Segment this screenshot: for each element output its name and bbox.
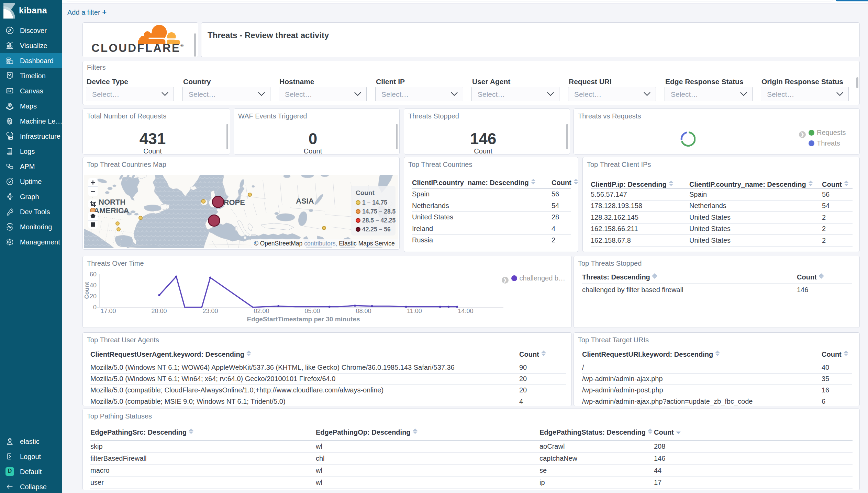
svg-text:08:00: 08:00 [356, 308, 371, 314]
svg-text:Count: Count [84, 282, 90, 299]
svg-text:42.25 – 56: 42.25 – 56 [362, 226, 391, 233]
svg-text:ASIA: ASIA [296, 197, 314, 205]
svg-text:05:00: 05:00 [304, 308, 320, 314]
svg-text:60: 60 [90, 271, 97, 278]
svg-text:14:00: 14:00 [458, 308, 473, 314]
svg-text:20: 20 [90, 293, 97, 300]
svg-text:11:00: 11:00 [407, 308, 422, 314]
svg-text:1 – 14.75: 1 – 14.75 [362, 199, 387, 206]
svg-text:28.5 – 42.25: 28.5 – 42.25 [362, 217, 396, 224]
svg-text:0: 0 [93, 304, 97, 311]
svg-text:23:00: 23:00 [202, 308, 218, 314]
svg-text:20:00: 20:00 [151, 308, 167, 314]
svg-text:40: 40 [90, 282, 97, 289]
svg-text:© OpenStreetMap contributors,: © OpenStreetMap contributors, Elastic Ma… [254, 240, 395, 247]
svg-text:NORTH: NORTH [99, 198, 125, 206]
svg-text:14.75 – 28.5: 14.75 – 28.5 [362, 208, 396, 215]
svg-text:EdgeStartTimestamp per 30 minu: EdgeStartTimestamp per 30 minutes [247, 316, 360, 323]
svg-text:Count: Count [356, 189, 375, 196]
svg-text:AMERICA: AMERICA [94, 206, 129, 215]
svg-text:17:00: 17:00 [100, 308, 116, 314]
svg-text:02:00: 02:00 [254, 308, 269, 314]
